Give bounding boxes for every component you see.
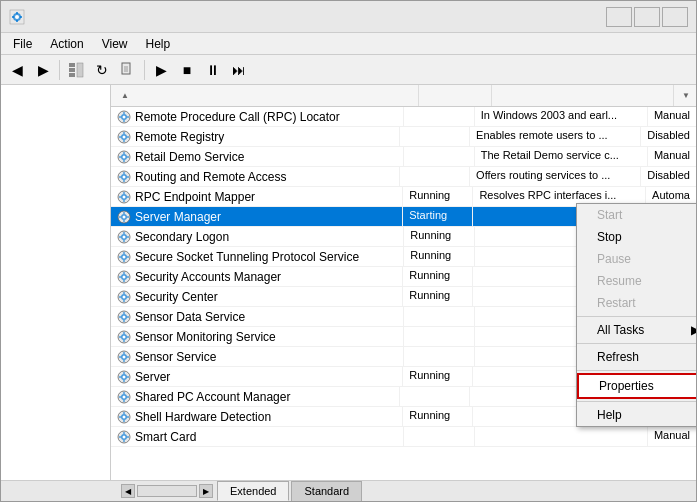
menu-view[interactable]: View (94, 35, 136, 52)
ctx-item-resume: Resume (577, 270, 696, 292)
toolbar-sep-2 (144, 60, 145, 80)
col-header-status[interactable] (419, 85, 492, 106)
svg-rect-10 (77, 63, 83, 77)
pause-service-button[interactable]: ⏸ (201, 58, 225, 82)
row-status (404, 107, 474, 126)
row-name: RPC Endpoint Mapper (111, 187, 403, 206)
ctx-separator (577, 316, 696, 317)
menu-bar: File Action View Help (1, 33, 696, 55)
ctx-item-pause: Pause (577, 248, 696, 270)
row-startup: Manual (648, 107, 696, 126)
app-icon (9, 9, 25, 25)
minimize-button[interactable] (606, 7, 632, 27)
row-status: Running (404, 227, 474, 246)
row-status: Running (404, 247, 474, 266)
sort-arrow-name: ▲ (121, 91, 129, 100)
service-icon (117, 350, 131, 364)
row-name: Secure Socket Tunneling Protocol Service (111, 247, 404, 266)
service-icon (117, 410, 131, 424)
row-description: In Windows 2003 and earl... (475, 107, 648, 126)
row-name: Shell Hardware Detection (111, 407, 403, 426)
table-row[interactable]: Remote Registry Enables remote users to … (111, 127, 696, 147)
tab-standard[interactable]: Standard (291, 481, 362, 501)
ctx-item-refresh[interactable]: Refresh (577, 346, 696, 368)
h-scrollbar[interactable] (137, 485, 197, 497)
col-header-startup[interactable]: ▼ (674, 85, 696, 106)
row-startup: Disabled (641, 127, 696, 146)
svg-point-129 (123, 435, 126, 438)
row-name: Smart Card (111, 427, 404, 446)
svg-rect-9 (69, 73, 75, 77)
row-status (404, 307, 474, 326)
row-name: Sensor Monitoring Service (111, 327, 404, 346)
service-icon (117, 210, 131, 224)
row-status (404, 147, 474, 166)
ctx-item-help[interactable]: Help (577, 404, 696, 426)
left-panel-title (5, 89, 106, 93)
row-status: Running (403, 267, 473, 286)
table-row[interactable]: Remote Procedure Call (RPC) Locator In W… (111, 107, 696, 127)
ctx-item-all-tasks[interactable]: All Tasks▶ (577, 319, 696, 341)
row-name: Remote Procedure Call (RPC) Locator (111, 107, 404, 126)
svg-point-38 (123, 175, 126, 178)
menu-action[interactable]: Action (42, 35, 91, 52)
row-name: Security Center (111, 287, 403, 306)
maximize-button[interactable] (634, 7, 660, 27)
refresh-button[interactable]: ↻ (90, 58, 114, 82)
h-scroll-area: ◀ ▶ (121, 484, 213, 498)
forward-button[interactable]: ▶ (31, 58, 55, 82)
content-area: ▲ ▼ (1, 85, 696, 480)
row-name: Routing and Remote Access (111, 167, 400, 186)
back-button[interactable]: ◀ (5, 58, 29, 82)
show-tree-button[interactable] (64, 58, 88, 82)
tab-extended[interactable]: Extended (217, 481, 289, 501)
row-name: Secondary Logon (111, 227, 404, 246)
scroll-right-btn[interactable]: ▶ (199, 484, 213, 498)
ctx-item-properties[interactable]: Properties (577, 373, 696, 399)
row-status: Running (403, 187, 473, 206)
service-icon (117, 230, 131, 244)
row-description: Enables remote users to ... (470, 127, 641, 146)
row-name: Shared PC Account Manager (111, 387, 400, 406)
col-header-name[interactable]: ▲ (111, 85, 419, 106)
ctx-separator (577, 343, 696, 344)
table-row[interactable]: Smart Card Manual (111, 427, 696, 447)
close-button[interactable] (662, 7, 688, 27)
svg-point-108 (123, 375, 126, 378)
stop-service-button[interactable]: ■ (175, 58, 199, 82)
start-service-button[interactable]: ▶ (149, 58, 173, 82)
row-startup: Manual (648, 427, 696, 446)
main-panel: ▲ ▼ (111, 85, 696, 480)
service-icon (117, 250, 131, 264)
row-status (400, 167, 470, 186)
menu-file[interactable]: File (5, 35, 40, 52)
row-status (404, 427, 474, 446)
svg-point-17 (123, 115, 126, 118)
service-icon (117, 190, 131, 204)
row-status (400, 127, 470, 146)
service-icon (117, 290, 131, 304)
export-button[interactable] (116, 58, 140, 82)
svg-point-2 (15, 15, 19, 19)
context-menu: StartStopPauseResumeRestartAll Tasks▶Ref… (576, 203, 696, 427)
row-description (475, 427, 648, 446)
tabs-container: Extended Standard (217, 481, 364, 501)
ctx-item-start: Start (577, 204, 696, 226)
table-row[interactable]: Routing and Remote Access Offers routing… (111, 167, 696, 187)
toolbar-sep-1 (59, 60, 60, 80)
ctx-item-stop[interactable]: Stop (577, 226, 696, 248)
row-status (404, 327, 474, 346)
table-row[interactable]: Retail Demo Service The Retail Demo serv… (111, 147, 696, 167)
row-name: Sensor Data Service (111, 307, 404, 326)
scroll-left-btn[interactable]: ◀ (121, 484, 135, 498)
restart-service-button[interactable]: ⏭ (227, 58, 251, 82)
row-status: Starting (403, 207, 473, 226)
svg-point-80 (123, 295, 126, 298)
svg-point-94 (123, 335, 126, 338)
service-icon (117, 270, 131, 284)
svg-rect-7 (69, 63, 75, 67)
svg-rect-8 (69, 68, 75, 72)
col-header-description[interactable] (492, 85, 674, 106)
main-window: File Action View Help ◀ ▶ ↻ ▶ ■ ⏸ ⏭ (0, 0, 697, 502)
menu-help[interactable]: Help (138, 35, 179, 52)
